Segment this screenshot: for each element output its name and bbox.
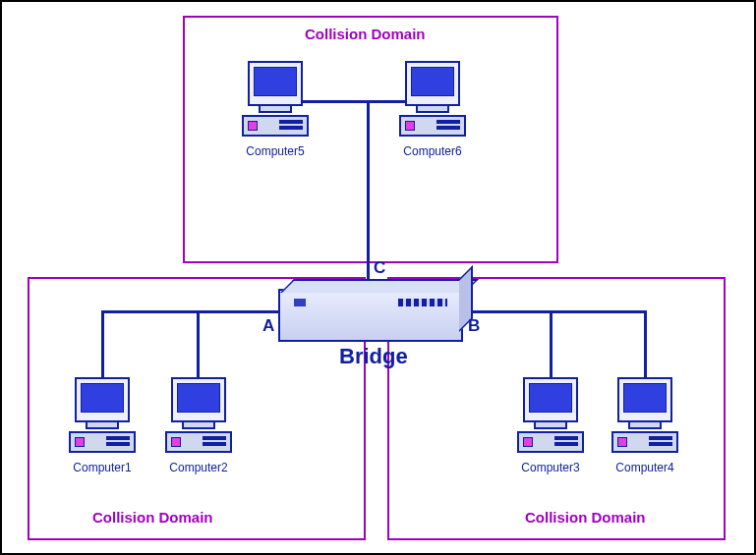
tower-icon — [242, 115, 309, 137]
computer-3: Computer3 — [511, 377, 590, 474]
computer-label: Computer1 — [63, 461, 142, 474]
tower-icon — [611, 431, 678, 453]
network-diagram: Collision Domain Collision Domain Collis… — [0, 0, 756, 555]
monitor-icon — [171, 377, 226, 422]
computer-6: Computer6 — [393, 61, 472, 158]
bridge-label: Bridge — [339, 344, 408, 369]
tower-icon — [165, 431, 232, 453]
wire — [462, 310, 647, 313]
computer-1: Computer1 — [63, 377, 142, 474]
computer-5: Computer5 — [236, 61, 315, 158]
domain-title-top: Collision Domain — [305, 26, 426, 42]
domain-title-left: Collision Domain — [92, 509, 213, 526]
computer-label: Computer5 — [236, 144, 315, 158]
bridge-led-panel — [398, 299, 447, 306]
tower-icon — [399, 115, 466, 137]
domain-title-right: Collision Domain — [525, 509, 646, 526]
computer-4: Computer4 — [606, 377, 684, 474]
computer-2: Computer2 — [159, 377, 238, 474]
computer-label: Computer6 — [393, 144, 472, 158]
monitor-icon — [617, 377, 672, 422]
wire — [550, 310, 552, 377]
bridge-top-face — [280, 279, 479, 293]
bridge-device — [278, 289, 463, 342]
wire — [197, 310, 200, 377]
wire — [101, 310, 278, 313]
tower-icon — [69, 431, 136, 453]
wire — [644, 310, 647, 377]
monitor-icon — [523, 377, 578, 422]
monitor-icon — [248, 61, 303, 106]
wire — [367, 100, 370, 289]
port-label-b: B — [468, 316, 480, 336]
tower-icon — [517, 431, 584, 453]
computer-label: Computer4 — [606, 461, 684, 474]
computer-label: Computer3 — [511, 461, 590, 474]
computer-label: Computer2 — [159, 461, 238, 474]
port-label-c: C — [374, 258, 385, 278]
wire — [101, 310, 104, 377]
bridge-port-indicator — [294, 299, 306, 306]
monitor-icon — [405, 61, 460, 106]
monitor-icon — [75, 377, 130, 422]
port-label-a: A — [262, 316, 274, 336]
